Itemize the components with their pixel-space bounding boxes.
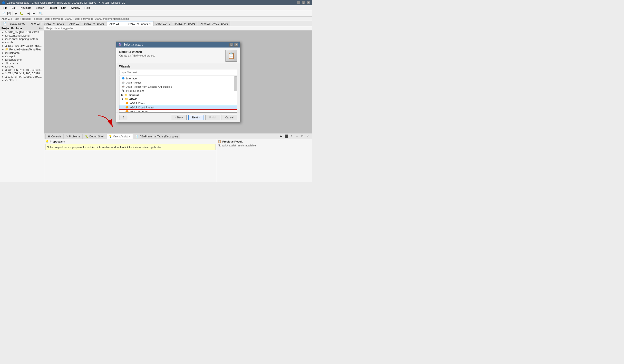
modal-header-subtitle: Create an ABAP cloud project <box>119 54 155 57</box>
save-button[interactable]: 💾 <box>6 11 11 16</box>
expand-icon: ▶ <box>2 72 4 74</box>
tab-1-label: [XR0] ZI_TRAVEL_M_10001 <box>30 22 64 25</box>
list-scrollbar[interactable] <box>234 76 237 91</box>
sidebar-item-x11-zh[interactable]: ▶ 🗂 X11_ZH [X11, 100, CB9980000127, <box>0 72 44 75</box>
bottom-minimize-button[interactable]: ─ <box>294 134 299 139</box>
modal-header: Select a wizard Create an ABAP cloud pro… <box>116 48 240 63</box>
new-button[interactable]: 📄 <box>1 11 6 16</box>
sidebar-header: Project Explorer ⊞ ≡ <box>0 26 44 30</box>
wizard-item-java-ant[interactable]: ☕ Java Project from Existing Ant Buildfi… <box>119 85 237 89</box>
run-button[interactable]: ▶ <box>13 11 18 16</box>
close-button[interactable]: ✕ <box>307 1 310 4</box>
tab-zi-travel[interactable]: [XR0] ZI_TRAVEL_M_10001 <box>27 21 66 26</box>
sidebar-item-d66[interactable]: ▶ 🗂 D66_200_dlw_yakub_en [D66, 200, <box>0 44 44 48</box>
sidebar-item-helloworld[interactable]: ▶ 🗂 cc.cnix.helloworld <box>0 34 44 37</box>
bottom-tab-quick-assist[interactable]: 💡 Quick Assist ✕ <box>106 134 133 139</box>
abap-table-tab-label: ABAP Internal Table (Debugger) <box>140 135 178 138</box>
sidebar: Project Explorer ⊞ ≡ ▶ 🗂 BTP_EN [TRL, 10… <box>0 26 44 182</box>
bottom-tab-debug-shell[interactable]: 🐛 Debug Shell <box>83 134 106 139</box>
breadcrumb-part-0[interactable]: XR0_ZH <box>1 17 12 20</box>
modal-footer-buttons: < Back Next > Finish Cancel <box>171 115 237 120</box>
wizard-list[interactable]: 🔷 Interface ☕ Java Project ☕ Java Projec… <box>119 76 237 113</box>
sidebar-item-x11-en[interactable]: ▶ 🗂 X11_EN [X11, 100, CB9980000127, <box>0 68 44 72</box>
tab-release-notes[interactable]: 📄 Release Notes <box>1 21 27 26</box>
sidebar-item-sapuidemo[interactable]: ▶ 🗂 sapuidemo <box>0 58 44 61</box>
modal-window-controls[interactable]: □ ✕ <box>229 43 238 47</box>
bottom-run-button[interactable]: ▶ <box>278 134 283 139</box>
menu-search[interactable]: Search <box>34 6 46 9</box>
sidebar-item-shopping[interactable]: ▶ 🗂 cc.cnix.ShoppingSystem <box>0 37 44 41</box>
maximize-button[interactable]: □ <box>302 1 305 4</box>
wizard-group-general[interactable]: ▶ 📁 General <box>119 93 237 97</box>
window-controls[interactable]: ─ □ ✕ <box>297 1 310 4</box>
sidebar-item-rocinante[interactable]: ▶ 🗂 rocinante <box>0 51 44 55</box>
modal-maximize-button[interactable]: □ <box>229 43 233 47</box>
sidebar-item-zfinui[interactable]: ▶ 🗂 ZFINUI <box>0 78 44 82</box>
previous-result-title: Previous Result <box>222 140 242 143</box>
quick-assist-tab-close[interactable]: ✕ <box>129 135 131 138</box>
forward-nav-button[interactable]: ▶ <box>31 11 36 16</box>
sidebar-title: Project Explorer <box>1 27 22 30</box>
bottom-tab-problems[interactable]: ⚠ Problems <box>63 134 82 139</box>
breadcrumb-part-2[interactable]: classlib <box>22 17 31 20</box>
modal-footer: ? < Back Next > Finish Cancel <box>116 113 240 122</box>
editor-content: 🔮 Select a wizard □ ✕ Select a wizard Cr… <box>44 30 312 133</box>
sidebar-item-xr0-zh[interactable]: ▶ 🗂 XR0_ZH [XR0, 080, CB9980000009, <box>0 75 44 78</box>
bottom-close-button[interactable]: ✕ <box>305 134 310 139</box>
next-button[interactable]: Next > <box>188 115 204 120</box>
wizard-item-abap-class[interactable]: 🔶 ABAP Class <box>119 101 237 105</box>
menu-edit[interactable]: Edit <box>10 6 18 9</box>
wizard-filter-input[interactable] <box>119 70 237 75</box>
menu-window[interactable]: Window <box>69 6 82 9</box>
menu-file[interactable]: File <box>1 6 9 9</box>
bottom-maximize-button[interactable]: □ <box>300 134 305 139</box>
menu-project[interactable]: Project <box>47 6 59 9</box>
breadcrumb-part-1[interactable]: .adt <box>15 17 19 20</box>
modal-close-button[interactable]: ✕ <box>234 43 238 47</box>
expand-icon: ▶ <box>2 75 4 78</box>
cancel-button[interactable]: Cancel <box>222 115 237 120</box>
finish-button[interactable]: Finish <box>206 115 220 120</box>
bottom-tab-abap-table[interactable]: 📊 ABAP Internal Table (Debugger) <box>133 134 180 139</box>
sidebar-item-btp-en[interactable]: ▶ 🗂 BTP_EN [TRL, 100, CB9980000428, EN] <box>0 30 44 34</box>
info-bar: Project is not logged on. <box>44 26 312 30</box>
breadcrumb-part-5[interactable]: zbp_i_travel_m_10001implementations.acin… <box>75 17 129 20</box>
wizard-item-plugin[interactable]: 🔌 Plug-in Project <box>119 89 237 93</box>
wizard-item-abap-program[interactable]: 🔶 ABAP Program <box>119 109 237 113</box>
sidebar-item-remote[interactable]: ▶ 📁 RemoteSystemsTempFiles <box>0 48 44 51</box>
project-icon: 🗂 <box>5 38 8 40</box>
menu-navigate[interactable]: Navigate <box>19 6 33 9</box>
tab-zc-travel[interactable]: [XR0] ZC_TRAVEL_M_10001 <box>67 21 106 26</box>
menu-help[interactable]: Help <box>83 6 92 9</box>
wizard-item-interface[interactable]: 🔷 Interface <box>119 76 237 80</box>
bottom-options-button[interactable]: ≡ <box>289 134 294 139</box>
tab-3-close[interactable]: ✕ <box>149 23 151 25</box>
tab-zui-travel[interactable]: [XR0] ZUI_C_TRAVEL_M_10001 <box>153 21 197 26</box>
minimize-button[interactable]: ─ <box>297 1 300 4</box>
breadcrumb: XR0_ZH › .adt › classlib › classes › zbp… <box>0 17 312 21</box>
sidebar-item-sapui[interactable]: ▶ 🗂 sapui <box>0 55 44 58</box>
wizard-icon: 📋 <box>228 52 235 59</box>
toolbar-sep-2 <box>25 11 25 16</box>
help-button[interactable]: ? <box>119 115 128 120</box>
expand-icon: ▶ <box>2 69 4 71</box>
back-button[interactable]: < Back <box>171 115 187 120</box>
title-bar-text: 🔵 EclipseWorkSpace - Global Class ZBP_I_… <box>2 1 125 4</box>
wizard-item-java-project[interactable]: ☕ Java Project <box>119 80 237 85</box>
sidebar-item-servers[interactable]: ▶ 🖥 Servers <box>0 61 44 65</box>
menu-run[interactable]: Run <box>59 6 68 9</box>
sidebar-item-shop[interactable]: ▶ 🗂 shop <box>0 65 44 68</box>
bottom-tab-console[interactable]: 🖥 Console <box>45 134 63 139</box>
tab-zbp-travel[interactable]: [XR0] ZBP_I_TRAVEL_M_10001 ✕ <box>106 21 153 26</box>
breadcrumb-part-3[interactable]: classes <box>34 17 43 20</box>
wizard-group-abap[interactable]: ▼ 📁 ABAP <box>119 97 237 101</box>
breadcrumb-part-4[interactable]: zbp_i_travel_m_10001 <box>45 17 72 20</box>
bottom-stop-button[interactable]: ⬛ <box>284 134 289 139</box>
sidebar-item-cnix[interactable]: ▶ 🗂 cnix <box>0 41 44 44</box>
back-nav-button[interactable]: ◀ <box>26 11 31 16</box>
tab-ztravel[interactable]: [XR0] ZTRAVEL_10001 <box>198 21 230 26</box>
search-button[interactable]: 🔍 <box>38 11 43 16</box>
wizard-item-abap-cloud-project[interactable]: 🔶 ABAP Cloud Project <box>119 105 237 109</box>
debug-button[interactable]: 🐛 <box>19 11 24 16</box>
quick-assist-hint: Select a quick assist proposal for detai… <box>45 144 216 150</box>
